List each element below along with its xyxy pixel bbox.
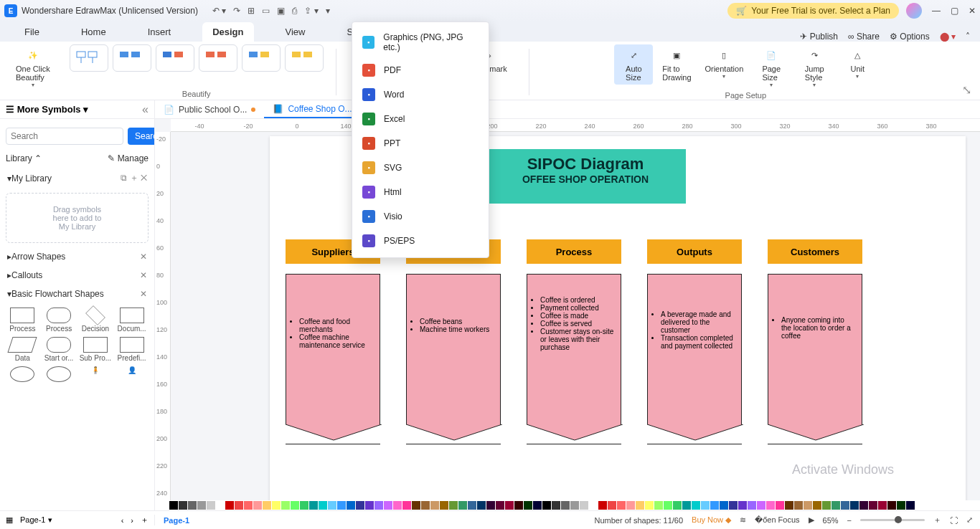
collapse-ribbon-icon[interactable]: ˄ — [966, 32, 970, 42]
swatch[interactable] — [654, 501, 663, 510]
swatch[interactable] — [748, 501, 756, 510]
export-item-0[interactable]: ▪Graphics (PNG, JPG etc.) — [352, 27, 489, 58]
swatch[interactable] — [729, 501, 738, 510]
close-arrow-icon[interactable]: ✕ — [140, 252, 147, 262]
library-toggle[interactable]: Library ⌃ — [6, 153, 42, 163]
swatch[interactable] — [598, 501, 607, 510]
section-callouts[interactable]: ▸ Callouts✕ — [6, 266, 149, 285]
zoom-value[interactable]: 65% — [823, 516, 839, 525]
swatch[interactable] — [505, 501, 514, 510]
publish-button[interactable]: ✈ Publish — [800, 32, 838, 42]
swatch[interactable] — [337, 501, 346, 510]
swatch[interactable] — [887, 501, 896, 510]
swatch[interactable] — [421, 501, 430, 510]
theme-preset-1[interactable] — [70, 44, 108, 72]
page-selector[interactable]: Page-1 ▾ — [20, 515, 52, 525]
shape-subprocess[interactable]: Sub Pro... — [79, 337, 113, 362]
swatch[interactable] — [841, 501, 849, 510]
page-size-button[interactable]: 📄Page Size▾ — [752, 44, 791, 91]
shape-person-1[interactable]: 🧍 — [79, 366, 113, 383]
sipoc-header-3[interactable]: Outputs — [647, 239, 742, 264]
collapse-panel-icon[interactable]: « — [142, 103, 149, 116]
shape-decision[interactable]: Decision — [79, 308, 113, 333]
ribbon-expand-icon[interactable]: ⤡ — [959, 80, 974, 100]
trial-banner[interactable]: 🛒 Your Free Trial is over. Select a Plan — [727, 3, 899, 19]
presentation-icon[interactable]: ▶ — [809, 515, 814, 525]
swatch[interactable] — [785, 501, 793, 510]
swatch[interactable] — [496, 501, 504, 510]
sipoc-title-box[interactable]: SIPOC Diagram OFFEE SHOP OPERATION — [485, 149, 686, 204]
section-my-library[interactable]: ▾ My Library ⧉ ＋ ✕ — [6, 168, 149, 189]
close-callouts-icon[interactable]: ✕ — [140, 270, 147, 280]
menu-file[interactable]: File — [14, 22, 50, 42]
theme-preset-6[interactable] — [285, 44, 324, 72]
swatch[interactable] — [906, 501, 915, 510]
sipoc-body-4[interactable]: Anyone coming into the location to order… — [768, 274, 862, 444]
swatch[interactable] — [561, 501, 570, 510]
swatch[interactable] — [263, 501, 271, 510]
fit-drawing-button[interactable]: ▣Fit to Drawing — [657, 44, 696, 85]
export-item-8[interactable]: ▪PS/EPS — [352, 229, 489, 253]
swatch[interactable] — [673, 501, 682, 510]
swatch[interactable] — [235, 501, 243, 510]
swatch[interactable] — [225, 501, 234, 510]
swatch[interactable] — [347, 501, 355, 510]
swatch[interactable] — [384, 501, 392, 510]
open-icon[interactable]: ▭ — [262, 6, 270, 16]
menu-design[interactable]: Design — [202, 22, 253, 42]
swatch[interactable] — [216, 501, 225, 510]
export-item-6[interactable]: ▪Html — [352, 180, 489, 204]
swatch[interactable] — [197, 501, 206, 510]
swatch[interactable] — [319, 501, 327, 510]
menu-view[interactable]: View — [275, 22, 316, 42]
swatch[interactable] — [486, 501, 495, 510]
sipoc-body-1[interactable]: Coffee beansMachine time workers — [406, 274, 501, 444]
swatch[interactable] — [804, 501, 812, 510]
sipoc-body-3[interactable]: A beverage made and delivered to the cus… — [647, 274, 742, 444]
jump-style-button[interactable]: ↷Jump Style▾ — [795, 44, 834, 91]
swatch[interactable] — [831, 501, 840, 510]
swatch[interactable] — [878, 501, 887, 510]
search-button[interactable]: Search — [128, 128, 155, 145]
tab-coffee-shop[interactable]: 📘Coffee Shop O... — [264, 101, 360, 118]
swatch[interactable] — [244, 501, 253, 510]
swatch[interactable] — [374, 501, 383, 510]
swatch[interactable] — [393, 501, 402, 510]
swatch[interactable] — [738, 501, 747, 510]
page-tab[interactable]: Page-1 — [164, 516, 189, 525]
swatch[interactable] — [589, 501, 598, 510]
swatch[interactable] — [859, 501, 868, 510]
swatch[interactable] — [179, 501, 187, 510]
focus-button[interactable]: �ően Focus — [755, 515, 799, 525]
next-page-icon[interactable]: › — [131, 516, 133, 525]
mylib-actions[interactable]: ⧉ ＋ ✕ — [121, 172, 147, 184]
swatch[interactable] — [897, 501, 905, 510]
notify-icon[interactable]: ⬤ ▾ — [940, 32, 956, 42]
redo-icon[interactable]: ↷ — [233, 6, 240, 16]
export-icon[interactable]: ⇪ ▾ — [304, 6, 318, 16]
sipoc-header-4[interactable]: Customers — [768, 239, 862, 264]
swatch[interactable] — [533, 501, 542, 510]
share-button[interactable]: ∞ Share — [848, 32, 880, 42]
swatch[interactable] — [710, 501, 719, 510]
swatch[interactable] — [458, 501, 467, 510]
swatch[interactable] — [701, 501, 710, 510]
swatch[interactable] — [524, 501, 532, 510]
fit-page-icon[interactable]: ⛶ — [950, 516, 958, 525]
tab-public-school[interactable]: 📄Public School O... — [155, 102, 264, 118]
search-input[interactable] — [6, 128, 123, 145]
new-icon[interactable]: ⊞ — [248, 6, 255, 16]
swatch[interactable] — [365, 501, 374, 510]
swatch[interactable] — [757, 501, 765, 510]
swatch[interactable] — [664, 501, 672, 510]
undo-icon[interactable]: ↶ ▾ — [212, 6, 226, 16]
section-arrow-shapes[interactable]: ▸ Arrow Shapes✕ — [6, 247, 149, 266]
theme-preset-4[interactable] — [199, 44, 237, 72]
shape-process-1[interactable]: Process — [6, 308, 39, 333]
export-item-1[interactable]: ▪PDF — [352, 58, 489, 82]
zoom-slider[interactable] — [860, 519, 925, 521]
export-item-5[interactable]: ▪SVG — [352, 156, 489, 180]
swatch[interactable] — [356, 501, 364, 510]
swatch[interactable] — [412, 501, 420, 510]
swatch[interactable] — [291, 501, 299, 510]
